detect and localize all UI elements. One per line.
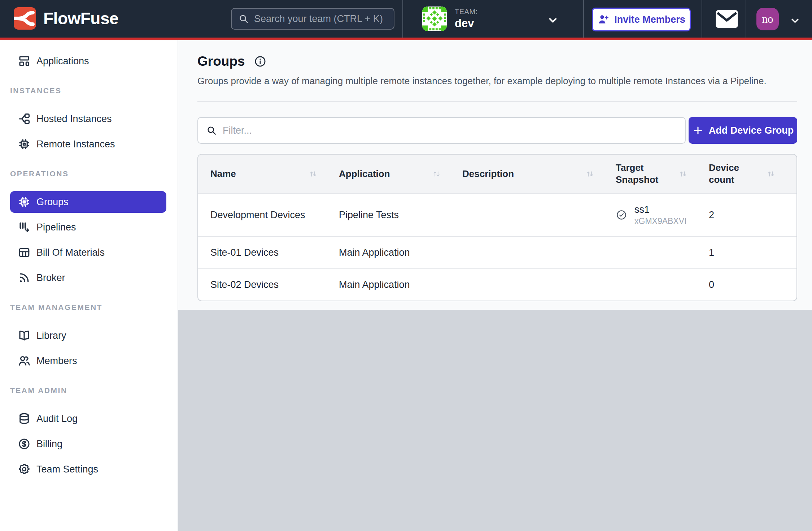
sort-icon[interactable] [432, 169, 441, 179]
column-header-device-count[interactable]: Device count [709, 155, 796, 194]
divider [197, 101, 797, 102]
sidebar-section-operations: OPERATIONS [10, 169, 178, 178]
sidebar-item-audit-log[interactable]: Audit Log [10, 408, 166, 429]
invite-members-label: Invite Members [614, 14, 685, 25]
sidebar-label: Applications [36, 56, 89, 67]
groups-icon [18, 195, 31, 208]
sidebar-item-broker[interactable]: Broker [10, 267, 166, 289]
sidebar-label: Members [36, 355, 77, 367]
application-cell: Main Application [339, 237, 462, 269]
sidebar-item-team-settings[interactable]: Team Settings [10, 458, 166, 480]
search-input[interactable] [254, 13, 387, 25]
pipelines-icon [18, 221, 31, 234]
sidebar-item-library[interactable]: Library [10, 325, 166, 346]
sidebar-item-members[interactable]: Members [10, 350, 166, 372]
group-name-cell: Development Devices [198, 194, 339, 237]
user-avatar[interactable]: no [756, 8, 779, 30]
column-header-name[interactable]: Name [198, 155, 339, 194]
snapshot-name: ss1 [634, 204, 686, 215]
team-search-box[interactable] [231, 8, 394, 30]
table-row[interactable]: Site-01 Devices Main Application 1 [198, 237, 796, 269]
library-book-icon [18, 329, 31, 342]
team-label: TEAM: [455, 8, 478, 16]
sort-icon[interactable] [678, 169, 688, 179]
sidebar: Applications INSTANCES Hosted Instances … [0, 40, 178, 531]
groups-table: Name Application Description [198, 155, 796, 301]
sidebar-item-remote-instances[interactable]: Remote Instances [10, 133, 166, 155]
empty-background-area [178, 310, 812, 531]
device-count-cell: 1 [709, 237, 796, 269]
description-cell [462, 269, 616, 301]
sort-icon[interactable] [308, 169, 318, 179]
navbar-divider [746, 0, 746, 38]
team-avatar-identicon [422, 7, 447, 31]
top-navbar: FlowFuse TEAM: dev [0, 0, 812, 40]
sidebar-section-team-admin: TEAM ADMIN [10, 386, 178, 395]
navbar-divider [583, 0, 584, 38]
bill-of-materials-icon [18, 246, 31, 259]
info-icon[interactable] [254, 55, 267, 68]
filter-box[interactable] [197, 117, 686, 144]
search-icon [206, 125, 217, 136]
main-content: Groups Groups provide a way of managing … [178, 40, 812, 310]
invite-members-button[interactable]: Invite Members [592, 8, 691, 31]
application-cell: Main Application [339, 269, 462, 301]
notifications-mail-button[interactable] [716, 10, 738, 28]
add-device-group-label: Add Device Group [709, 125, 794, 136]
sidebar-label: Broker [36, 272, 65, 284]
group-name-cell: Site-01 Devices [198, 237, 339, 269]
sidebar-label: Billing [36, 439, 62, 450]
add-device-group-button[interactable]: Add Device Group [689, 117, 797, 144]
device-count-cell: 2 [709, 194, 796, 237]
groups-table-card: Name Application Description [197, 154, 797, 301]
brand-logo-group[interactable]: FlowFuse [14, 7, 118, 30]
sidebar-item-groups[interactable]: Groups [10, 191, 166, 213]
target-snapshot-cell: ss1 xGMX9ABXVI [616, 194, 709, 237]
filter-input[interactable] [223, 125, 677, 136]
sidebar-item-billing[interactable]: Billing [10, 433, 166, 455]
sidebar-label: Library [36, 330, 66, 341]
sidebar-item-applications[interactable]: Applications [10, 50, 166, 72]
sidebar-label: Team Settings [36, 464, 98, 475]
target-snapshot-cell [616, 237, 709, 269]
sidebar-label: Remote Instances [36, 139, 115, 150]
sidebar-item-hosted-instances[interactable]: Hosted Instances [10, 108, 166, 130]
remote-instances-chip-icon [18, 138, 31, 151]
flowfuse-logo-icon [14, 7, 36, 30]
sidebar-label: Audit Log [36, 413, 78, 424]
chevron-down-icon [546, 14, 559, 27]
sidebar-item-pipelines[interactable]: Pipelines [10, 216, 166, 238]
column-header-description[interactable]: Description [462, 155, 616, 194]
sidebar-section-team-management: TEAM MANAGEMENT [10, 303, 178, 312]
sort-icon[interactable] [585, 169, 595, 179]
hosted-instances-icon [18, 112, 31, 125]
user-menu-chevron-down-icon[interactable] [789, 14, 801, 27]
column-header-target-snapshot[interactable]: Target Snapshot [616, 155, 709, 194]
description-cell [462, 237, 616, 269]
application-cell: Pipeline Tests [339, 194, 462, 237]
search-icon [238, 13, 249, 24]
audit-log-database-icon [18, 412, 31, 425]
column-header-application[interactable]: Application [339, 155, 462, 194]
team-name: dev [455, 17, 478, 30]
team-selector[interactable]: TEAM: dev [416, 0, 575, 38]
members-users-icon [18, 354, 31, 367]
check-circle-icon [616, 209, 627, 221]
snapshot-id: xGMX9ABXVI [634, 216, 686, 226]
table-row[interactable]: Site-02 Devices Main Application 0 [198, 269, 796, 301]
navbar-divider [402, 0, 403, 38]
broker-rss-icon [18, 271, 31, 284]
table-header-row: Name Application Description [198, 155, 796, 194]
group-name-cell: Site-02 Devices [198, 269, 339, 301]
page-title: Groups [197, 54, 245, 69]
device-count-cell: 0 [709, 269, 796, 301]
applications-icon [18, 55, 31, 68]
navbar-divider [702, 0, 702, 38]
sidebar-label: Pipelines [36, 222, 76, 233]
target-snapshot-cell [616, 269, 709, 301]
sidebar-item-bill-of-materials[interactable]: Bill Of Materials [10, 242, 166, 263]
avatar-initials: no [762, 13, 773, 26]
sidebar-section-instances: INSTANCES [10, 86, 178, 95]
sort-icon[interactable] [766, 169, 776, 179]
table-row[interactable]: Development Devices Pipeline Tests ss1 [198, 194, 796, 237]
